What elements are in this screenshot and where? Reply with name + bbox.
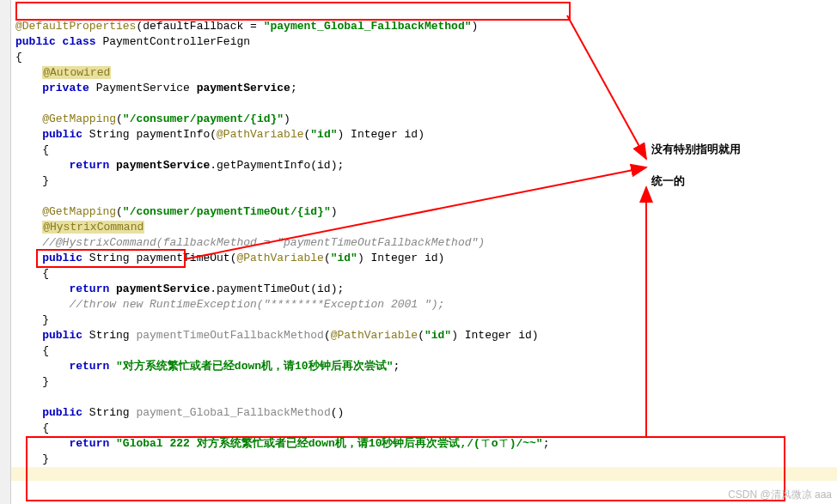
annotation-getmapping-1: @GetMapping	[42, 112, 116, 125]
watermark: CSDN @清风微凉 aaa	[728, 488, 832, 502]
current-line-highlight	[11, 467, 837, 481]
svg-line-0	[567, 15, 646, 159]
annotation-text-2: 统一的	[651, 173, 685, 189]
comment-throw: //throw new RuntimeException("********Ex…	[69, 298, 444, 311]
annotation-getmapping-2: @GetMapping	[42, 205, 116, 218]
code-block: @DefaultProperties(defaultFallback = "pa…	[15, 3, 549, 467]
comment-hystrix-fallback: //@HystrixCommand(fallbackMethod = "paym…	[42, 236, 485, 249]
annotation-autowired: @Autowired	[42, 66, 111, 79]
editor-gutter	[0, 0, 11, 504]
annotation-text-1: 没有特别指明就用	[651, 142, 741, 157]
annotation-hystrix: @HystrixCommand	[42, 221, 144, 234]
annotation-default-props: @DefaultProperties	[15, 20, 136, 33]
